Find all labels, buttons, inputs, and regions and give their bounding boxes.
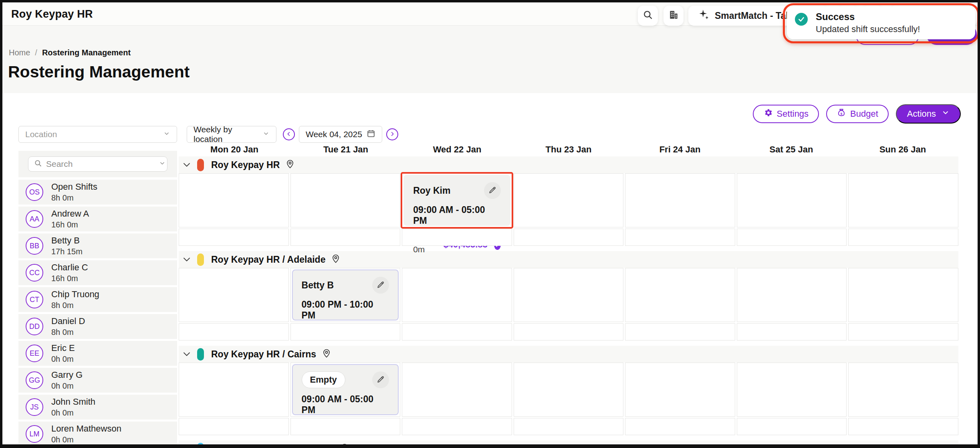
roster-person-item[interactable]: CCCharlie C16h 0m <box>18 260 177 285</box>
location-group-name: Roy Keypay HR <box>211 160 280 170</box>
shift-cell[interactable] <box>737 323 847 341</box>
shift-cell[interactable] <box>179 323 289 341</box>
edit-shift-button[interactable] <box>372 277 389 294</box>
location-group: Roy Keypay HRRoy Kim09:00 AM - 05:00 PM8… <box>179 156 958 246</box>
shift-cell[interactable] <box>179 229 289 246</box>
chevron-down-icon <box>182 255 192 264</box>
sidebar-search-box[interactable] <box>28 156 167 172</box>
view-mode-value: Weekly by location <box>194 125 262 144</box>
shift-cell[interactable]: Roy Kim09:00 AM - 05:00 PM8hrs 0m$40,485… <box>402 173 512 227</box>
shift-cell[interactable] <box>514 268 624 322</box>
location-group-header: Roy Keypay HR / Cairns <box>179 346 958 363</box>
shift-cell[interactable] <box>514 418 624 435</box>
shift-card[interactable]: Empty09:00 AM - 05:00 PM8hrs 0m <box>292 364 399 415</box>
shift-cell[interactable] <box>625 229 735 246</box>
shift-cell[interactable] <box>290 173 401 227</box>
settings-button[interactable]: Settings <box>753 105 819 123</box>
collapse-group-button[interactable] <box>182 160 192 170</box>
shift-cell[interactable] <box>179 418 289 435</box>
person-text: Garry G0h 0m <box>51 369 83 391</box>
roster-person-item[interactable]: OSOpen Shifts8h 0m <box>18 180 177 205</box>
shift-cell[interactable] <box>402 418 512 435</box>
shift-card[interactable]: Roy Kim09:00 AM - 05:00 PM8hrs 0m$40,485… <box>403 175 510 226</box>
breadcrumb-home-link[interactable]: Home <box>9 48 30 57</box>
roster-person-item[interactable]: EEEric E0h 0m <box>18 341 177 366</box>
chevron-left-icon <box>286 131 292 138</box>
shift-cell[interactable] <box>290 323 401 341</box>
edit-shift-button[interactable] <box>484 182 501 199</box>
shift-cell[interactable] <box>625 363 735 417</box>
shift-cell[interactable] <box>737 268 847 322</box>
sidebar-search-input[interactable] <box>46 159 155 169</box>
shift-cell[interactable] <box>848 418 958 435</box>
collapse-group-button[interactable] <box>182 255 192 264</box>
person-hours: 0h 0m <box>51 407 95 418</box>
page-title: Rostering Management <box>8 63 190 81</box>
shift-cell[interactable] <box>737 229 847 246</box>
settings-label: Settings <box>777 109 809 119</box>
shift-cell[interactable] <box>848 268 958 322</box>
shift-row-secondary <box>179 418 958 435</box>
shift-cell[interactable] <box>625 268 735 322</box>
shift-cell[interactable] <box>625 173 735 227</box>
shift-cell[interactable] <box>625 418 735 435</box>
shift-cell[interactable] <box>290 229 401 246</box>
shift-cell[interactable] <box>737 363 847 417</box>
roster-person-item[interactable]: DDDaniel D8h 0m <box>18 314 177 339</box>
person-hours: 17h 15m <box>51 246 83 257</box>
shift-card-head: Roy Kim <box>413 182 501 199</box>
collapse-group-button[interactable] <box>182 444 192 448</box>
shift-cell[interactable] <box>514 229 624 246</box>
shift-cell[interactable]: Betty B09:00 PM - 10:00 PM1hrs 0m$25.81 <box>290 268 401 322</box>
chevron-down-icon <box>182 444 192 448</box>
shift-cell[interactable] <box>179 363 289 417</box>
shift-cell[interactable] <box>737 418 847 435</box>
location-pin-icon <box>340 443 349 448</box>
shift-cell[interactable] <box>848 363 958 417</box>
shift-cell[interactable] <box>402 268 512 322</box>
shift-cell[interactable] <box>514 323 624 341</box>
roster-person-item[interactable]: GGGarry G0h 0m <box>18 368 177 393</box>
shift-cell[interactable] <box>514 363 624 417</box>
shift-cell[interactable]: Empty09:00 AM - 05:00 PM8hrs 0m <box>290 363 401 417</box>
day-header: Mon 20 Jan <box>179 144 290 155</box>
roster-person-item[interactable]: BBBetty B17h 15m <box>18 233 177 258</box>
budget-button[interactable]: $ Budget <box>826 105 889 123</box>
shift-cell[interactable] <box>402 323 512 341</box>
actions-button[interactable]: Actions <box>896 104 961 124</box>
organisation-button[interactable] <box>663 6 684 26</box>
location-group: Roy Keypay HR / Melbourne <box>179 440 958 448</box>
previous-week-button[interactable] <box>283 128 295 140</box>
view-mode-select[interactable]: Weekly by location <box>187 126 276 143</box>
shift-cell[interactable] <box>737 173 847 227</box>
roster-person-item[interactable]: AAAndrew A16h 0m <box>18 207 177 231</box>
location-select[interactable]: Location <box>18 126 177 143</box>
shift-cell[interactable] <box>848 323 958 341</box>
shift-cell[interactable] <box>402 229 512 246</box>
empty-shift-badge: Empty <box>302 371 345 388</box>
filters-row: Location Weekly by location Week 04, 202… <box>2 126 978 144</box>
collapse-group-button[interactable] <box>182 349 192 359</box>
svg-text:$: $ <box>841 112 843 116</box>
shift-card[interactable]: Betty B09:00 PM - 10:00 PM1hrs 0m$25.81 <box>292 270 399 320</box>
shift-cell[interactable] <box>179 268 289 322</box>
location-group-name: Roy Keypay HR / Cairns <box>211 349 316 360</box>
shift-cell[interactable] <box>514 173 624 227</box>
day-header-row: Mon 20 JanTue 21 JanWed 22 JanThu 23 Jan… <box>179 144 958 155</box>
next-week-button[interactable] <box>386 128 398 140</box>
search-button[interactable] <box>638 6 658 26</box>
shift-cell[interactable] <box>848 229 958 246</box>
shift-cell[interactable] <box>179 173 289 227</box>
shift-cell[interactable] <box>848 173 958 227</box>
week-picker[interactable]: Week 04, 2025 <box>299 126 382 143</box>
shift-cell[interactable] <box>625 323 735 341</box>
shift-cell[interactable] <box>290 418 401 435</box>
person-name: John Smith <box>51 396 95 407</box>
roster-person-item[interactable]: LMLoren Mathewson0h 0m <box>18 422 177 446</box>
main-panel: Settings $ Budget Actions Location <box>2 93 978 448</box>
edit-shift-button[interactable] <box>372 371 389 388</box>
roster-person-item[interactable]: CTChip Truong8h 0m <box>18 287 177 312</box>
shift-cell[interactable] <box>402 363 512 417</box>
roster-person-item[interactable]: JSJohn Smith0h 0m <box>18 395 177 420</box>
location-pin-icon <box>331 254 341 265</box>
